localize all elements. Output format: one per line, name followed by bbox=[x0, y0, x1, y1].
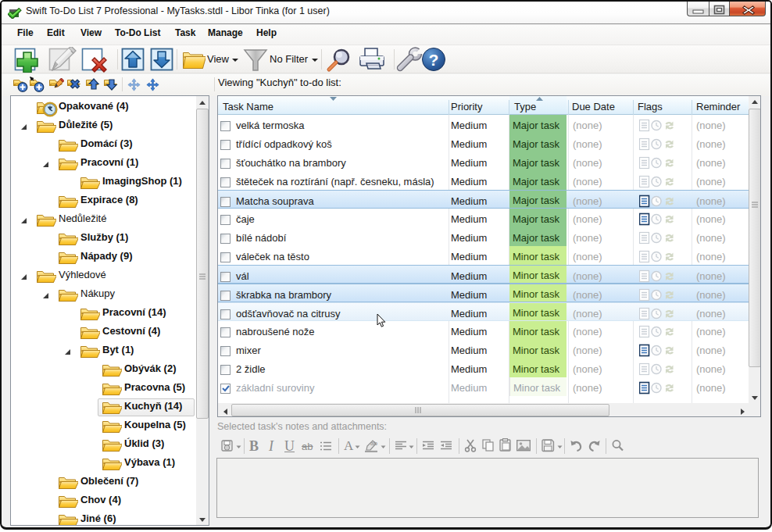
svg-text:?: ? bbox=[429, 51, 439, 69]
svg-text:ab: ab bbox=[370, 440, 377, 447]
